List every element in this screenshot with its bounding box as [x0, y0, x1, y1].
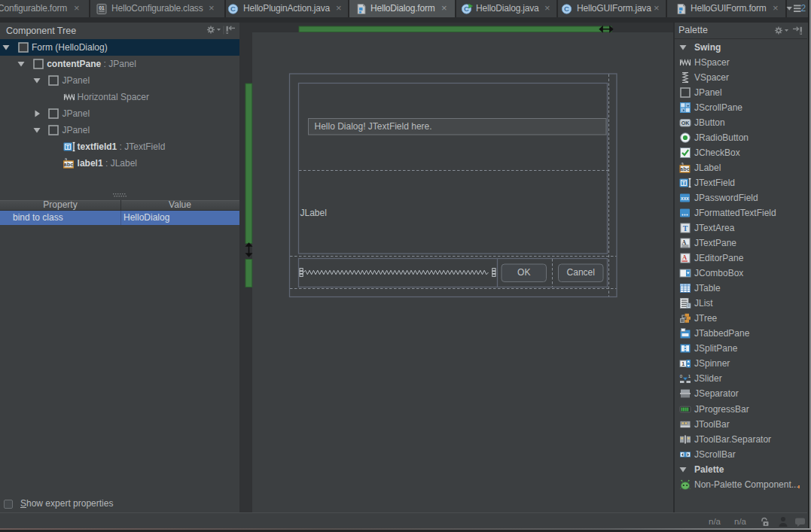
svg-text:xxx: xxx	[681, 196, 689, 201]
svg-text:1: 1	[688, 374, 691, 378]
svg-text:OK: OK	[681, 120, 690, 126]
svg-text:T: T	[682, 181, 686, 186]
svg-text:T: T	[683, 224, 688, 233]
svg-text:A: A	[682, 239, 687, 246]
svg-text:abc: abc	[680, 166, 691, 172]
svg-text:1: 1	[681, 361, 684, 366]
svg-text:A: A	[682, 254, 688, 261]
svg-text:0: 0	[680, 374, 683, 378]
